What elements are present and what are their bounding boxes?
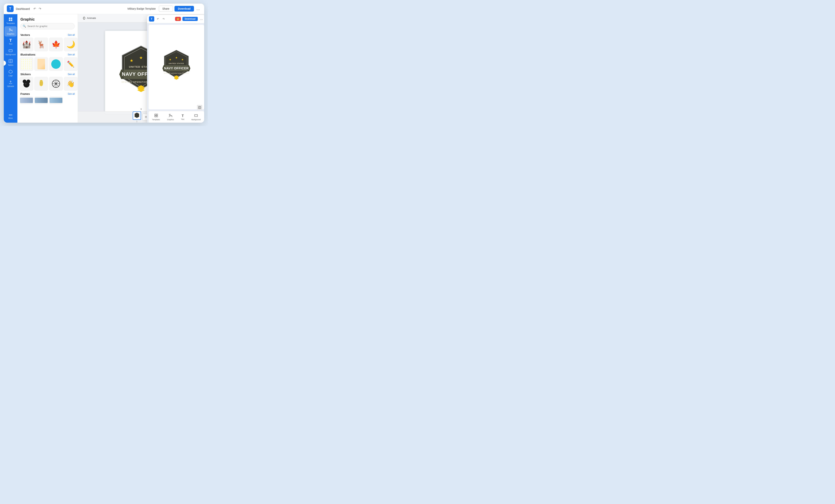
paper-illustration [37, 59, 45, 69]
secondary-more-button[interactable]: … [199, 17, 204, 21]
illus-item-2[interactable] [35, 57, 48, 71]
more-label: More [8, 117, 13, 119]
sidebar-item-logo[interactable]: Logo [4, 68, 17, 78]
secondary-topbar: T ↶ ↷ 👑 Download … [147, 15, 204, 23]
sidebar-item-background[interactable]: Background [4, 47, 17, 57]
vector-item-1[interactable]: 🏰 [20, 38, 33, 51]
page-thumb-1[interactable] [133, 111, 141, 120]
secondary-text-icon: T [182, 114, 184, 118]
vector-item-2[interactable]: 🦌 [35, 38, 48, 51]
frames-title: Frames [20, 92, 30, 96]
wheel-sticker [51, 79, 61, 89]
templates-label: Templates [6, 22, 15, 24]
secondary-badge-svg: ★ ★ ★ UNITED STATES NAVY OFFICER SPECIAL… [159, 48, 194, 86]
stickers-section-header: Stickers See all [17, 71, 78, 77]
search-input[interactable] [20, 23, 75, 29]
sidebar-item-text[interactable]: T Text [4, 37, 17, 46]
main-window: T Dashboard ↶ ↷ Military Badge Template … [4, 4, 204, 123]
secondary-graphics-label: Graphics [167, 119, 174, 121]
svg-rect-64 [155, 115, 156, 117]
secondary-nav-graphics[interactable]: Graphics [167, 113, 174, 121]
svg-text:SPECIAL OPERATIONS FORCES: SPECIAL OPERATIONS FORCES [164, 72, 189, 74]
secondary-templates-icon [154, 113, 158, 118]
text-label: Text [9, 43, 12, 45]
download-button[interactable]: Download [175, 6, 194, 12]
topbar: T Dashboard ↶ ↷ Military Badge Template … [4, 4, 204, 14]
sidebar-item-uploads[interactable]: Uploads [4, 79, 17, 89]
animate-label: Animate [87, 17, 96, 19]
secondary-badge-container: ★ ★ ★ UNITED STATES NAVY OFFICER SPECIAL… [159, 48, 194, 86]
vector-item-4[interactable]: 🌙 [64, 38, 78, 51]
illus-item-4[interactable]: ✏️ [64, 57, 78, 71]
hand-sticker: 👋 [67, 80, 75, 87]
stickers-see-all[interactable]: See all [68, 73, 75, 76]
share-button[interactable]: Share [159, 6, 173, 12]
sticker-item-4[interactable]: 👋 [64, 77, 78, 90]
svg-point-15 [55, 83, 57, 84]
secondary-logo: T [149, 16, 154, 22]
secondary-background-icon [194, 113, 198, 118]
animate-button[interactable]: Animate [81, 16, 98, 21]
vectors-row: 🏰 🦌 🍁 🌙 › [17, 38, 78, 51]
secondary-nav-background[interactable]: Background [191, 113, 201, 121]
secondary-crown[interactable]: 👑 [175, 17, 181, 21]
svg-rect-1 [11, 18, 12, 19]
svg-rect-63 [156, 114, 158, 115]
svg-text:★: ★ [181, 58, 184, 61]
sticker-item-1[interactable] [20, 77, 33, 90]
sidebar-item-templates[interactable]: Templates [4, 16, 17, 26]
secondary-undo-button[interactable]: ↶ [156, 17, 160, 21]
secondary-download-button[interactable]: Download [182, 17, 198, 21]
svg-rect-67 [195, 114, 198, 117]
sidebar-item-more[interactable]: ••• More [4, 112, 17, 121]
more-icon: ••• [9, 113, 13, 117]
sidebar-item-graphics[interactable]: Graphics [4, 26, 17, 37]
vector-item-3[interactable]: 🍁 [49, 38, 63, 51]
frame-item-1[interactable] [20, 97, 33, 104]
sticker-item-3[interactable] [49, 77, 63, 90]
uploads-label: Uploads [7, 85, 14, 87]
logo-icon [8, 69, 13, 74]
vectors-title: Vectors [20, 34, 30, 37]
sticker-item-2[interactable] [35, 77, 48, 90]
crown-icon: 👑 [177, 18, 179, 20]
svg-line-20 [53, 81, 55, 83]
animate-icon [82, 17, 86, 20]
frames-row [17, 97, 78, 104]
tables-label: Tables [8, 64, 14, 66]
svg-rect-2 [9, 19, 11, 21]
secondary-background-label: Background [191, 119, 201, 121]
page-number: 1 [136, 120, 138, 123]
dots-illustration [21, 58, 32, 70]
vectors-see-all[interactable]: See all [68, 34, 75, 36]
frame-3 [49, 98, 62, 103]
secondary-nav-text[interactable]: T Text [181, 114, 184, 120]
stickers-title: Stickers [20, 73, 30, 76]
secondary-text-label: Text [181, 118, 184, 120]
secondary-nav-templates[interactable]: Templates [152, 113, 160, 121]
undo-button[interactable]: ↶ [32, 6, 37, 11]
svg-text:NAVY OFFICER: NAVY OFFICER [164, 66, 189, 70]
frames-see-all[interactable]: See all [68, 92, 75, 95]
more-options-button[interactable]: … [195, 6, 201, 12]
panel-scroll: Vectors See all 🏰 🦌 🍁 🌙 [17, 31, 78, 123]
frames-section-header: Frames See all [17, 90, 78, 97]
illustrations-see-all[interactable]: See all [68, 53, 75, 56]
castle-icon: 🏰 [22, 40, 31, 48]
secondary-redo-button[interactable]: ↷ [161, 17, 166, 21]
illus-item-1[interactable] [20, 57, 33, 71]
leaf-icon: 🍁 [52, 40, 61, 48]
svg-text:UNITED STATES: UNITED STATES [169, 62, 184, 64]
background-label: Background [5, 54, 16, 56]
frame-item-2[interactable] [35, 97, 48, 104]
frame-1 [20, 98, 33, 103]
redo-button[interactable]: ↷ [37, 6, 43, 11]
frame-2 [35, 98, 48, 103]
dashboard-label: Dashboard [16, 7, 30, 10]
svg-point-66 [169, 114, 170, 115]
frame-item-3[interactable] [49, 97, 63, 104]
collapse-arrow[interactable]: ▾ [140, 107, 142, 110]
illus-item-3[interactable] [49, 57, 63, 71]
sidebar-item-tables[interactable]: Tables [4, 58, 17, 68]
svg-line-22 [57, 81, 59, 83]
